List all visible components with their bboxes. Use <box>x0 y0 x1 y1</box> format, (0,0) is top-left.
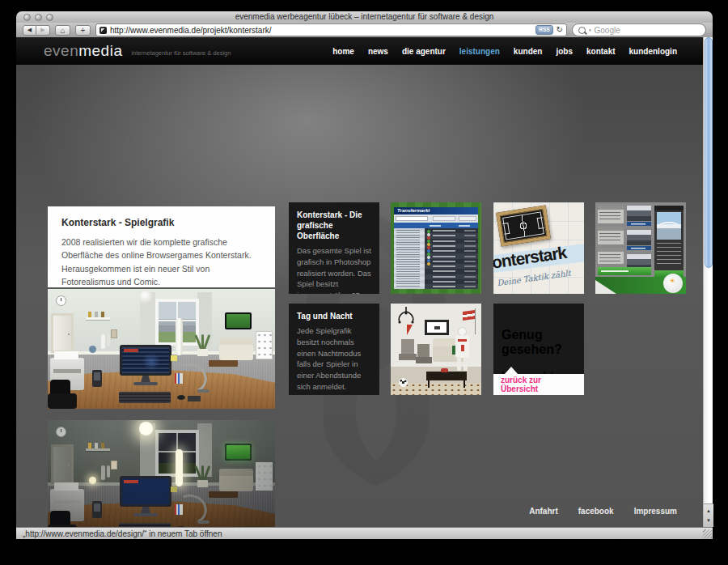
keyboard <box>119 392 171 403</box>
sun-icon: ☀ <box>669 277 675 285</box>
flag-pole <box>475 308 476 334</box>
selected-row <box>598 267 651 275</box>
wall-clock <box>56 295 66 306</box>
wall-tv <box>225 312 252 329</box>
armchair <box>399 354 417 360</box>
logo-part2: media <box>78 42 122 59</box>
main-navigation: home news die agentur leistungen kunden … <box>332 47 677 56</box>
minimize-window-button[interactable] <box>35 14 42 21</box>
window-titlebar[interactable]: evenmedia werbeagentur lübeck – internet… <box>16 11 713 23</box>
monitor-screen <box>122 347 169 373</box>
stadium-stats <box>657 243 681 264</box>
tile-title: Tag und Nacht <box>297 311 371 321</box>
transfermarkt-header: Transfermarkt <box>394 207 478 215</box>
transfermarkt-filter <box>433 216 455 221</box>
nav-item-kunden[interactable]: kunden <box>514 47 543 56</box>
nav-item-kundenlogin[interactable]: kundenlogin <box>629 47 677 56</box>
thumbnail-stadium-manager[interactable]: ☀ <box>595 202 686 294</box>
footer-link-impressum[interactable]: Impressum <box>634 507 677 516</box>
search-field[interactable]: ▾ Google <box>572 23 706 36</box>
transfermarkt-search-box <box>396 216 428 221</box>
smartphone <box>92 370 102 387</box>
nav-item-kontakt[interactable]: kontakt <box>586 47 616 56</box>
history-buttons: ◀ ▶ <box>23 25 50 36</box>
mascot-leg <box>457 357 461 371</box>
stadium-photo <box>657 212 681 240</box>
trophy <box>88 312 91 317</box>
reload-button[interactable]: ↻ <box>557 26 563 34</box>
project-description: 2008 realisierten wir die komplette graf… <box>61 236 261 288</box>
status-text: „http://www.evenmedia.de/design/“ in neu… <box>23 529 222 538</box>
zoom-window-button[interactable] <box>46 14 53 21</box>
thumbnail-living-room[interactable] <box>391 304 481 395</box>
tile-tag-und-nacht: Tag und Nacht Jede Spielgrafik besitzt n… <box>289 304 379 395</box>
scroll-up-button[interactable]: ▲ <box>706 508 711 513</box>
night-vignette <box>48 420 275 527</box>
project-title: Konterstark - Spielgrafik <box>61 217 261 228</box>
thumbnail-chalkboard[interactable]: konterstark Deine Taktik zählt <box>493 202 584 294</box>
search-icon <box>578 27 586 34</box>
home-icon: ⌂ <box>60 26 65 35</box>
couch <box>219 342 253 360</box>
price-bar <box>627 222 651 226</box>
nav-item-news[interactable]: news <box>368 47 388 56</box>
transfermarkt-status-dots <box>427 230 430 288</box>
home-button[interactable]: ⌂ <box>55 25 70 36</box>
konterstark-wordmark: konterstark <box>493 243 568 274</box>
address-bar[interactable]: http://www.evenmedia.de/projekt/konterst… <box>95 23 567 36</box>
scrollbar-arrows: ▲ ▼ <box>704 503 713 527</box>
project-intro-box: Konterstark - Spielgrafik 2008 realisier… <box>48 206 275 287</box>
bottle <box>452 346 455 355</box>
back-icon: ◀ <box>28 27 32 33</box>
globe <box>89 346 96 353</box>
footer-link-facebook[interactable]: facebook <box>578 507 614 516</box>
nav-item-jobs[interactable]: jobs <box>556 47 573 56</box>
url-text[interactable]: http://www.evenmedia.de/projekt/konterst… <box>110 26 532 35</box>
transfermarkt-club-list <box>394 228 425 289</box>
search-placeholder: Google <box>595 26 620 35</box>
logo-part1: even <box>44 42 78 59</box>
add-bookmark-button[interactable]: + <box>75 25 91 36</box>
close-window-button[interactable] <box>23 14 31 21</box>
window-title: evenmedia werbeagentur lübeck – internet… <box>16 11 713 23</box>
project-image-night-room[interactable] <box>48 420 275 527</box>
scroll-down-button[interactable]: ▼ <box>706 518 711 523</box>
tile-grafische-oberflaeche: Konterstark - Die grafische Oberfläche D… <box>289 202 379 294</box>
room-door <box>51 313 74 353</box>
forward-button[interactable]: ▶ <box>36 25 50 36</box>
search-caret-icon: ▾ <box>589 28 591 32</box>
scrollbar-thumb[interactable] <box>705 37 713 268</box>
trophy <box>95 312 98 317</box>
red-bowl <box>441 368 448 372</box>
tactics-board <box>496 205 551 246</box>
back-link-bar: zurück zur Übersicht <box>493 374 584 395</box>
curtain-right <box>197 292 212 346</box>
desk-lamp-base <box>197 389 210 393</box>
pointer-notch <box>505 367 518 374</box>
chandelier <box>396 307 417 328</box>
site-logo[interactable]: evenmedia <box>44 42 122 60</box>
table-leg <box>428 380 430 388</box>
plus-icon: + <box>81 26 86 35</box>
footer-link-anfahrt[interactable]: Anfahrt <box>529 507 558 516</box>
mouse <box>177 395 185 400</box>
project-image-day-room[interactable] <box>48 289 275 409</box>
reload-icon: ↻ <box>557 25 563 34</box>
resize-grip[interactable] <box>703 529 712 538</box>
red-pennant <box>407 325 413 335</box>
nav-item-home[interactable]: home <box>332 47 354 56</box>
manager-panel <box>598 227 624 244</box>
window-controls <box>23 14 53 21</box>
corner-tab <box>595 280 616 294</box>
nav-item-leistungen[interactable]: leistungen <box>459 47 500 56</box>
back-button[interactable]: ◀ <box>23 25 36 36</box>
zurueck-zur-uebersicht-link[interactable]: zurück zur Übersicht <box>501 376 577 393</box>
nav-item-die-agentur[interactable]: die agentur <box>402 47 446 56</box>
site-favicon <box>99 27 107 34</box>
rss-button[interactable]: RSS <box>535 25 552 35</box>
page-body: Konterstark - Spielgrafik 2008 realisier… <box>16 65 703 527</box>
mascot-leg <box>463 357 468 371</box>
price-bar <box>627 246 651 250</box>
thumbnail-transfermarkt[interactable]: Transfermarkt <box>391 202 481 294</box>
vertical-scrollbar[interactable]: ▲ ▼ <box>703 37 713 527</box>
